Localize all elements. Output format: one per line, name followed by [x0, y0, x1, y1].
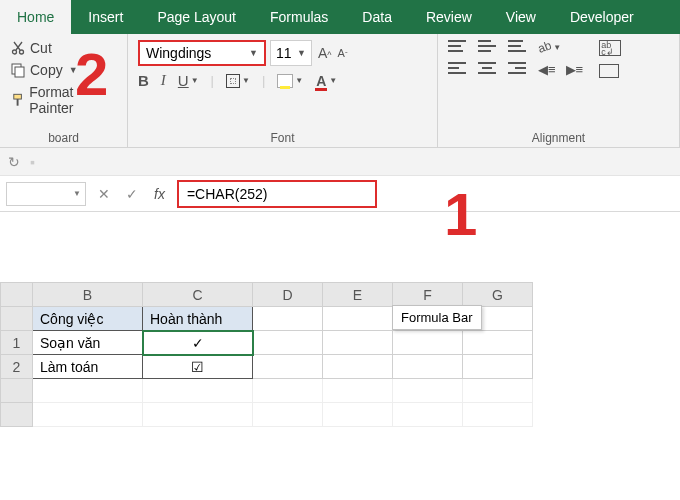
column-header-d[interactable]: D: [253, 283, 323, 307]
tab-review[interactable]: Review: [409, 0, 489, 34]
cell[interactable]: [33, 379, 143, 403]
font-group-title: Font: [138, 128, 427, 145]
cell[interactable]: [323, 403, 393, 427]
cell[interactable]: [393, 355, 463, 379]
cell-b2[interactable]: Làm toán: [33, 355, 143, 379]
copy-label: Copy: [30, 62, 63, 78]
header-cell-b[interactable]: Công việc: [33, 307, 143, 331]
fill-color-button[interactable]: ▼: [277, 74, 303, 88]
alignment-group-title: Alignment: [448, 128, 669, 145]
cell[interactable]: [463, 403, 533, 427]
row-header-empty[interactable]: [1, 403, 33, 427]
cell[interactable]: [393, 379, 463, 403]
enter-formula-button[interactable]: ✓: [122, 186, 142, 202]
cell[interactable]: [323, 355, 393, 379]
chevron-down-icon: ▼: [73, 189, 81, 198]
border-icon: [226, 74, 240, 88]
border-button[interactable]: ▼: [226, 74, 250, 88]
fx-icon[interactable]: fx: [150, 186, 169, 202]
tab-data[interactable]: Data: [345, 0, 409, 34]
cell[interactable]: [393, 403, 463, 427]
chevron-down-icon: ▼: [553, 43, 561, 52]
column-header-b[interactable]: B: [33, 283, 143, 307]
column-header-f[interactable]: F: [393, 283, 463, 307]
chevron-down-icon: ▼: [191, 76, 199, 85]
annotation-1: 1: [444, 180, 477, 249]
svg-rect-5: [17, 99, 19, 106]
decrease-indent-button[interactable]: ◀≡: [538, 62, 556, 77]
redo-button[interactable]: ↻: [8, 154, 20, 170]
tab-insert[interactable]: Insert: [71, 0, 140, 34]
cell[interactable]: [253, 403, 323, 427]
cell-c1-selected[interactable]: ✓: [143, 331, 253, 355]
decrease-font-size-button[interactable]: Aˇ: [338, 47, 348, 59]
row-header-empty[interactable]: [1, 379, 33, 403]
cell[interactable]: [253, 307, 323, 331]
cell[interactable]: [323, 307, 393, 331]
cell-b1[interactable]: Soạn văn: [33, 331, 143, 355]
merge-center-button[interactable]: [599, 64, 621, 78]
cell[interactable]: [323, 331, 393, 355]
align-middle-button[interactable]: [478, 40, 496, 54]
align-right-button[interactable]: [508, 62, 526, 76]
font-name-select[interactable]: Wingdings ▼: [138, 40, 266, 66]
tab-page-layout[interactable]: Page Layout: [140, 0, 253, 34]
column-header-c[interactable]: C: [143, 283, 253, 307]
chevron-down-icon: ▼: [297, 48, 306, 58]
cell[interactable]: [323, 379, 393, 403]
column-header-g[interactable]: G: [463, 283, 533, 307]
header-cell-c[interactable]: Hoàn thành: [143, 307, 253, 331]
font-color-button[interactable]: A▼: [315, 73, 337, 89]
align-bottom-button[interactable]: [508, 40, 526, 54]
font-size-select[interactable]: 11 ▼: [270, 40, 312, 66]
tab-formulas[interactable]: Formulas: [253, 0, 345, 34]
row-header-2[interactable]: 2: [1, 355, 33, 379]
separator: |: [211, 73, 214, 88]
align-left-button[interactable]: [448, 62, 466, 76]
svg-rect-3: [15, 67, 24, 77]
cell[interactable]: [33, 403, 143, 427]
formula-value: =CHAR(252): [187, 186, 268, 202]
bold-button[interactable]: B: [138, 72, 149, 89]
cell[interactable]: [253, 331, 323, 355]
cell[interactable]: [143, 403, 253, 427]
ribbon-tabs: Home Insert Page Layout Formulas Data Re…: [0, 0, 680, 34]
cancel-formula-button[interactable]: ✕: [94, 186, 114, 202]
orientation-icon: ab: [536, 38, 553, 56]
cell[interactable]: [463, 331, 533, 355]
align-top-button[interactable]: [448, 40, 466, 54]
tab-view[interactable]: View: [489, 0, 553, 34]
cell[interactable]: [463, 355, 533, 379]
quick-access-bar: ↻ ▪: [0, 148, 680, 176]
merge-icon: [599, 64, 619, 78]
underline-button[interactable]: U▼: [178, 72, 199, 89]
font-color-icon: A: [315, 73, 327, 89]
separator: ▪: [30, 154, 35, 170]
italic-button[interactable]: I: [161, 72, 166, 89]
row-header-blank[interactable]: [1, 307, 33, 331]
cell[interactable]: [393, 331, 463, 355]
increase-font-size-button[interactable]: A^: [318, 45, 332, 61]
cell[interactable]: [463, 379, 533, 403]
orientation-button[interactable]: ab▼: [538, 40, 583, 54]
chevron-down-icon: ▼: [249, 48, 258, 58]
cell-c2[interactable]: ☑: [143, 355, 253, 379]
tab-developer[interactable]: Developer: [553, 0, 651, 34]
cell[interactable]: [253, 355, 323, 379]
increase-indent-button[interactable]: ▶≡: [566, 62, 584, 77]
formula-input[interactable]: =CHAR(252): [177, 180, 377, 208]
row-header-1[interactable]: 1: [1, 331, 33, 355]
select-all-cell[interactable]: [1, 283, 33, 307]
spreadsheet-grid[interactable]: B C D E F G Công việc Hoàn thành 1 Soạn …: [0, 212, 680, 427]
annotation-2: 2: [75, 40, 108, 109]
name-box[interactable]: ▼: [6, 182, 86, 206]
wrap-text-button[interactable]: abc↲: [599, 40, 621, 56]
scissors-icon: [10, 40, 26, 56]
cell[interactable]: [143, 379, 253, 403]
cell[interactable]: [253, 379, 323, 403]
align-center-button[interactable]: [478, 62, 496, 76]
tab-home[interactable]: Home: [0, 0, 71, 34]
column-header-e[interactable]: E: [323, 283, 393, 307]
font-name-value: Wingdings: [146, 45, 211, 61]
clipboard-group-title: board: [10, 128, 117, 145]
